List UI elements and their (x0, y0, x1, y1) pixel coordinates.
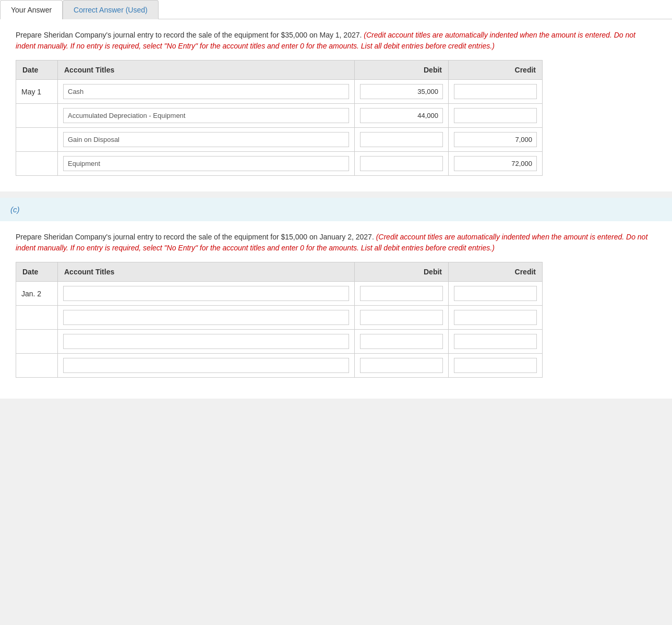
account-cell-4 (58, 152, 355, 176)
section-c-content: Prepare Sheridan Company's journal entry… (0, 221, 672, 399)
c-debit-cell-4 (355, 354, 449, 378)
debit-input-3[interactable] (360, 132, 443, 147)
c-header-debit: Debit (355, 262, 449, 282)
account-input-2[interactable] (63, 108, 349, 123)
credit-input-2[interactable] (454, 108, 537, 123)
c-date-cell-1: Jan. 2 (16, 282, 58, 306)
section-b-instruction-plain: Prepare Sheridan Company's journal entry… (16, 31, 362, 39)
tabs: Your Answer Correct Answer (Used) (0, 0, 672, 19)
section-b: Your Answer Correct Answer (Used) Prepar… (0, 0, 672, 191)
c-debit-input-2[interactable] (360, 310, 443, 325)
debit-input-4[interactable] (360, 156, 443, 171)
c-debit-cell-2 (355, 306, 449, 330)
c-account-input-4[interactable] (63, 358, 349, 373)
c-credit-input-3[interactable] (454, 334, 537, 349)
credit-cell-3 (449, 128, 543, 152)
credit-input-1[interactable] (454, 84, 537, 99)
debit-cell-2 (355, 104, 449, 128)
account-cell-2 (58, 104, 355, 128)
c-account-input-2[interactable] (63, 310, 349, 325)
section-c-label: (c) (10, 205, 20, 214)
date-cell-1: May 1 (16, 80, 58, 104)
c-date-cell-3 (16, 330, 58, 354)
c-account-cell-1 (58, 282, 355, 306)
c-credit-cell-4 (449, 354, 543, 378)
date-cell-3 (16, 128, 58, 152)
debit-cell-4 (355, 152, 449, 176)
section-c: (c) Prepare Sheridan Company's journal e… (0, 198, 672, 399)
c-account-cell-2 (58, 306, 355, 330)
debit-cell-3 (355, 128, 449, 152)
c-debit-input-3[interactable] (360, 334, 443, 349)
account-cell-1 (58, 80, 355, 104)
c-header-credit: Credit (449, 262, 543, 282)
debit-input-2[interactable] (360, 108, 443, 123)
account-input-1[interactable] (63, 84, 349, 99)
tab-your-answer[interactable]: Your Answer (0, 0, 63, 19)
header-date: Date (16, 61, 58, 80)
account-cell-3 (58, 128, 355, 152)
table-row: Jan. 2 (16, 282, 543, 306)
debit-cell-1 (355, 80, 449, 104)
c-debit-input-4[interactable] (360, 358, 443, 373)
credit-input-3[interactable] (454, 132, 537, 147)
c-debit-cell-1 (355, 282, 449, 306)
credit-cell-4 (449, 152, 543, 176)
c-date-cell-2 (16, 306, 58, 330)
c-account-input-3[interactable] (63, 334, 349, 349)
page-wrapper: Your Answer Correct Answer (Used) Prepar… (0, 0, 672, 625)
table-row: May 1 (16, 80, 543, 104)
c-date-cell-4 (16, 354, 58, 378)
c-credit-input-1[interactable] (454, 286, 537, 301)
date-cell-4 (16, 152, 58, 176)
section-b-instruction: Prepare Sheridan Company's journal entry… (16, 30, 656, 52)
c-credit-input-2[interactable] (454, 310, 537, 325)
c-credit-cell-1 (449, 282, 543, 306)
section-c-instruction-plain: Prepare Sheridan Company's journal entry… (16, 233, 374, 241)
table-row (16, 128, 543, 152)
table-row (16, 104, 543, 128)
debit-input-1[interactable] (360, 84, 443, 99)
header-debit: Debit (355, 61, 449, 80)
c-credit-cell-3 (449, 330, 543, 354)
credit-input-4[interactable] (454, 156, 537, 171)
c-credit-cell-2 (449, 306, 543, 330)
table-row (16, 354, 543, 378)
section-c-instruction: Prepare Sheridan Company's journal entry… (16, 232, 656, 254)
c-credit-input-4[interactable] (454, 358, 537, 373)
c-debit-input-1[interactable] (360, 286, 443, 301)
c-account-input-1[interactable] (63, 286, 349, 301)
tab-correct-answer[interactable]: Correct Answer (Used) (63, 0, 159, 19)
c-debit-cell-3 (355, 330, 449, 354)
section-b-content: Prepare Sheridan Company's journal entry… (0, 19, 672, 191)
c-header-date: Date (16, 262, 58, 282)
account-input-3[interactable] (63, 132, 349, 147)
section-c-header: (c) (0, 198, 672, 221)
account-input-4[interactable] (63, 156, 349, 171)
c-account-cell-3 (58, 330, 355, 354)
section-c-table: Date Account Titles Debit Credit Jan. 2 (16, 262, 543, 378)
date-cell-2 (16, 104, 58, 128)
header-account: Account Titles (58, 61, 355, 80)
c-header-account: Account Titles (58, 262, 355, 282)
table-row (16, 330, 543, 354)
credit-cell-2 (449, 104, 543, 128)
c-account-cell-4 (58, 354, 355, 378)
header-credit: Credit (449, 61, 543, 80)
table-row (16, 152, 543, 176)
section-b-table: Date Account Titles Debit Credit May 1 (16, 60, 543, 176)
table-row (16, 306, 543, 330)
credit-cell-1 (449, 80, 543, 104)
